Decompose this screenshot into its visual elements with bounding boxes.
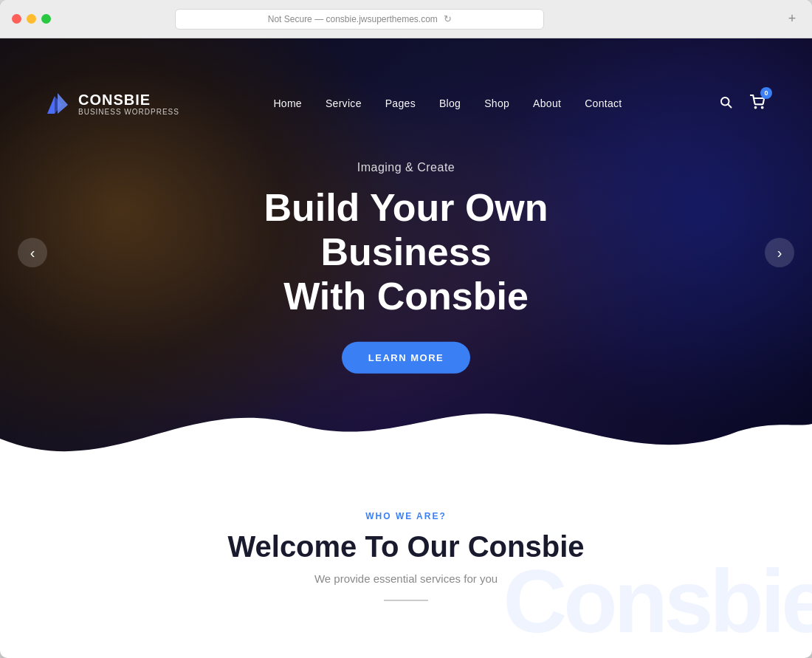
section-divider [384,600,428,601]
nav-item-about[interactable]: About [533,97,561,110]
nav-link-home[interactable]: Home [273,97,302,109]
nav-link-about[interactable]: About [533,97,561,109]
nav-link-service[interactable]: Service [326,97,362,109]
nav-item-shop[interactable]: Shop [484,97,509,110]
hero-title: Build Your Own Business With Consbie [185,186,627,318]
nav-actions: 0 [716,92,768,115]
nav-item-contact[interactable]: Contact [585,97,622,110]
nav-link-pages[interactable]: Pages [385,97,416,109]
logo[interactable]: CONSBIE Business WordPress [44,90,179,117]
cart-badge: 0 [760,87,772,99]
cart-button[interactable]: 0 [747,92,768,115]
close-dot[interactable] [12,14,21,24]
svg-line-4 [728,104,731,107]
nav-link-blog[interactable]: Blog [439,97,461,109]
nav-item-blog[interactable]: Blog [439,97,461,110]
hero-title-line2: With Consbie [283,274,529,317]
minimize-dot[interactable] [27,14,36,24]
new-tab-button[interactable]: + [784,11,800,27]
hero-title-line1: Build Your Own Business [264,186,548,273]
address-text: Not Secure — consbie.jwsuperthemes.com [268,14,438,24]
watermark-text: Consbie [503,557,812,645]
hero-subtitle: Imaging & Create [185,161,627,174]
nav-item-service[interactable]: Service [326,97,362,110]
nav-link-contact[interactable]: Contact [585,97,622,109]
nav-item-pages[interactable]: Pages [385,97,416,110]
welcome-eyebrow: WHO WE ARE? [44,511,768,521]
hero-wave [0,380,812,467]
svg-marker-2 [58,93,68,114]
hero-container: CONSBIE Business WordPress Home Service … [0,38,812,631]
svg-point-6 [762,107,763,109]
hero-content: Imaging & Create Build Your Own Business… [185,161,627,374]
logo-subtitle: Business WordPress [78,108,179,116]
welcome-section: WHO WE ARE? Welcome To Our Consbie We pr… [0,467,812,631]
hero-cta-button[interactable]: LEARN MORE [342,342,470,374]
carousel-next-button[interactable]: › [765,238,794,267]
nav-links: Home Service Pages Blog Shop About Conta… [273,97,622,110]
logo-text: CONSBIE Business WordPress [78,92,179,116]
search-icon [719,95,732,109]
nav-link-shop[interactable]: Shop [484,97,509,109]
carousel-prev-button[interactable]: ‹ [18,238,47,267]
logo-icon [44,90,71,117]
browser-window: Not Secure — consbie.jwsuperthemes.com ↻… [0,0,812,658]
logo-name: CONSBIE [78,92,179,108]
search-button[interactable] [716,92,735,114]
browser-chrome: Not Secure — consbie.jwsuperthemes.com ↻… [0,0,812,38]
navbar: CONSBIE Business WordPress Home Service … [0,77,812,130]
reload-icon[interactable]: ↻ [444,13,452,24]
address-bar[interactable]: Not Secure — consbie.jwsuperthemes.com ↻ [175,9,544,30]
nav-item-home[interactable]: Home [273,97,302,110]
maximize-dot[interactable] [41,14,51,24]
browser-dots [12,14,51,24]
svg-point-5 [755,107,757,109]
website: CONSBIE Business WordPress Home Service … [0,38,812,631]
svg-marker-0 [47,96,55,114]
